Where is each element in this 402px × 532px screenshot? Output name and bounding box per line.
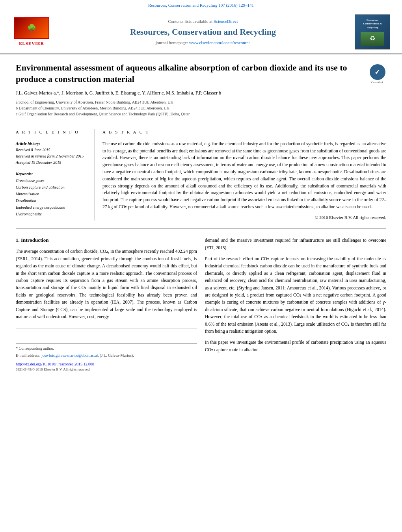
intro-paragraph-4: In this paper we investigate the environ…	[205, 339, 386, 353]
intro-paragraph-2: demand and the massive investment requir…	[205, 237, 386, 251]
history-title: Article history:	[16, 141, 88, 147]
crossmark-text: CrossMark	[368, 81, 386, 85]
sciencedirect-link[interactable]: ScienceDirect	[214, 19, 238, 24]
keyword-1: Greenhouse gases	[16, 177, 88, 184]
author-email-link[interactable]: jose-luis.galvez-martos@abdn.ac.uk	[41, 353, 99, 358]
elsevier-logo-image: 🌳	[14, 17, 49, 39]
article-history: Article history: Received 8 June 2015 Re…	[16, 141, 88, 166]
journal-homepage: journal homepage: www.elsevier.com/locat…	[51, 40, 355, 46]
keywords-title: Keywords:	[16, 171, 88, 177]
corresponding-author-note: * Corresponding author.	[16, 346, 197, 351]
article-info-column: A R T I C L E I N F O Article history: R…	[16, 129, 95, 221]
section-divider	[16, 228, 386, 229]
main-content: Environmental assessment of aqueous alka…	[0, 54, 402, 380]
intro-paragraph-3: Part of the research effort on CO₂ captu…	[205, 255, 386, 335]
email-line: E-mail address: jose-luis.galvez-martos@…	[16, 353, 197, 358]
doi-link: http://dx.doi.org/10.1016/j.resconrec.20…	[16, 361, 197, 367]
revised-date: Received in revised form 2 November 2015	[16, 153, 88, 159]
journal-header: 🌳 ELSEVIER Contents lists available at S…	[0, 10, 402, 54]
keyword-4: Desalination	[16, 197, 88, 204]
crossmark-icon: ✓	[370, 64, 385, 80]
elsevier-logo: 🌳 ELSEVIER	[12, 17, 51, 46]
keyword-6: Hydromagnesite	[16, 211, 88, 217]
journal-title-center: Contents lists available at ScienceDirec…	[51, 19, 355, 46]
crossmark-logo: ✓ CrossMark	[368, 64, 386, 85]
copyright-line: © 2016 Elsevier B.V. All rights reserved…	[102, 215, 386, 221]
two-column-section: A R T I C L E I N F O Article history: R…	[16, 129, 386, 221]
abstract-header: A B S T R A C T	[102, 129, 386, 136]
journal-citation-bar: Resources, Conservation and Recycling 10…	[0, 0, 402, 10]
affiliations: a School of Engineering, University of A…	[16, 99, 363, 117]
article-title-section: Environmental assessment of aqueous alka…	[16, 62, 386, 123]
affiliation-b: b Department of Chemistry, University of…	[16, 105, 363, 111]
keyword-5: Embodied energy nesquehonite	[16, 204, 88, 211]
received-date: Received 8 June 2015	[16, 147, 88, 153]
intro-paragraph-1: The average concentration of carbon diox…	[16, 248, 197, 320]
elsevier-label: ELSEVIER	[19, 41, 44, 46]
authors-line: J.L. Galvez-Martos a,*, J. Morrison b, G…	[16, 90, 363, 96]
article-title: Environmental assessment of aqueous alka…	[16, 62, 363, 85]
intro-right-column: demand and the massive investment requir…	[205, 237, 386, 372]
intro-left-column: 1. Introduction The average concentratio…	[16, 237, 197, 372]
affiliation-c: c Gulf Organisation for Research and Dev…	[16, 111, 363, 117]
article-title-text: Environmental assessment of aqueous alka…	[16, 62, 363, 117]
introduction-section: 1. Introduction The average concentratio…	[16, 237, 386, 372]
keyword-3: Mineralisation	[16, 191, 88, 197]
keywords-section: Keywords: Greenhouse gases Carbon captur…	[16, 171, 88, 217]
issn-line: 0921-3449/© 2016 Elsevier B.V. All right…	[16, 367, 197, 372]
accepted-date: Accepted 19 December 2015	[16, 159, 88, 166]
elsevier-tree-icon: 🌳	[27, 23, 37, 34]
article-footer: * Corresponding author. E-mail address: …	[16, 328, 197, 372]
journal-main-title: Resources, Conservation and Recycling	[51, 27, 355, 37]
article-info-header: A R T I C L E I N F O	[16, 129, 88, 136]
journal-thumbnail: Resources Conservation & Recycling ♻	[355, 14, 390, 50]
contents-available: Contents lists available at ScienceDirec…	[51, 19, 355, 24]
abstract-text: The use of carbon dioxide emissions as a…	[102, 141, 386, 211]
keyword-2: Carbon capture and utilisation	[16, 184, 88, 191]
journal-homepage-link[interactable]: www.elsevier.com/locate/resconrec	[189, 40, 251, 45]
journal-citation-text: Resources, Conservation and Recycling 10…	[148, 3, 254, 7]
intro-section-title: 1. Introduction	[16, 237, 197, 244]
affiliation-a: a School of Engineering, University of A…	[16, 99, 363, 105]
abstract-column: A B S T R A C T The use of carbon dioxid…	[102, 129, 386, 221]
